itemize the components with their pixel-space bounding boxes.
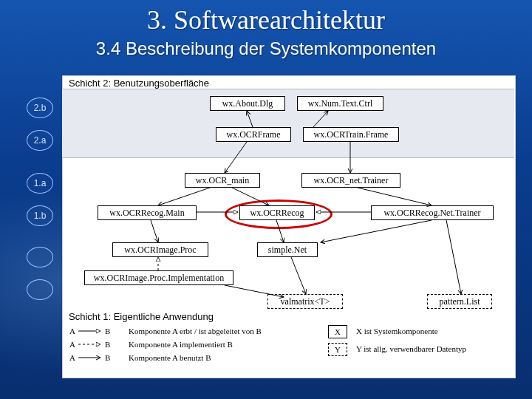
- bubble-1b: 1.b: [27, 205, 53, 226]
- box-simplenet: simple.Net: [257, 242, 318, 257]
- highlight-ellipse: [225, 200, 332, 229]
- legend-y-text: Y ist allg. verwendbarer Datentyp: [356, 344, 466, 353]
- legend-a1: A: [69, 327, 75, 335]
- box-ocrmain: wx.OCR_main: [185, 173, 260, 188]
- legend-x-text: X ist Systemkomponente: [356, 327, 438, 335]
- legend-t2: Komponente A implementiert B: [129, 340, 233, 349]
- bubble-1a: 1.a: [27, 173, 53, 194]
- box-aboutdlg: wx.About.Dlg: [210, 96, 285, 111]
- legend-b1: B: [105, 327, 110, 335]
- page-subtitle: 3.4 Beschreibung der Systemkomponenten: [0, 38, 532, 59]
- diagram-stage: 2.b 2.a 1.a 1.b . . Schicht 2: Benutzung…: [18, 75, 514, 377]
- box-ocrframe: wx.OCRFrame: [216, 127, 291, 142]
- layer2-band: [62, 89, 514, 158]
- box-patternlist: pattern.List: [427, 294, 492, 309]
- box-imageprocimpl: wx.OCRImage.Proc.Implementation: [84, 270, 233, 285]
- box-numtextctrl: wx.Num.Text.Ctrl: [297, 96, 383, 111]
- box-recogmain: wx.OCRRecog.Main: [98, 205, 197, 220]
- bubble-2b: 2.b: [27, 98, 53, 118]
- box-ocrnettrainer: wx.OCR_net.Trainer: [301, 173, 400, 188]
- bubble-empty-2: .: [27, 279, 53, 300]
- legend-a3: A: [69, 353, 75, 362]
- layer1-label: Schicht 1: Eigentliche Anwendung: [69, 311, 214, 322]
- box-ocrtrainframe: wx.OCRTrain.Frame: [303, 127, 399, 142]
- box-recognettrainer: wx.OCRRecog.Net.Trainer: [371, 205, 494, 220]
- page-title: 3. Softwarearchitektur: [0, 0, 532, 35]
- legend-t3: Komponente A benutzt B: [129, 353, 211, 362]
- box-valmatrix: valmatrix<T>: [267, 294, 343, 309]
- box-imageproc: wx.OCRImage.Proc: [112, 242, 208, 257]
- legend-a2: A: [69, 340, 75, 349]
- layer2-label: Schicht 2: Benutzungsoberfläche: [69, 78, 209, 89]
- legend-x-box: X: [328, 325, 347, 338]
- legend-t1: Komponente A erbt / ist abgeleitet von B: [129, 327, 262, 335]
- legend-b3: B: [105, 353, 110, 362]
- bubble-2a: 2.a: [27, 130, 53, 151]
- bubble-empty-1: .: [27, 247, 53, 267]
- legend-y-box: Y: [328, 343, 347, 356]
- legend-b2: B: [105, 340, 110, 349]
